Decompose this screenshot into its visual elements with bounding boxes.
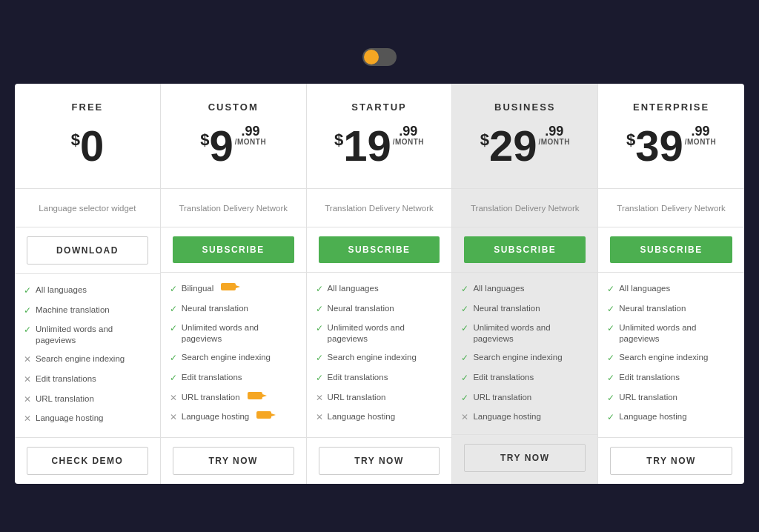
feature-item: ✓Bilingual [170, 283, 297, 296]
plan-action-business: SUBSCRIBE [452, 227, 597, 273]
plan-col-free: FREE$0Language selector widgetDOWNLOAD✓A… [15, 84, 161, 483]
price-amount-custom: 9 [209, 124, 233, 167]
feature-text: Language hosting [328, 411, 395, 422]
plan-delivery-custom: Translation Delivery Network [161, 189, 306, 227]
cross-icon: ✕ [461, 412, 468, 424]
check-icon: ✓ [461, 304, 468, 316]
plan-features-custom: ✓Bilingual✓Neural translation✓Unlimited … [161, 273, 306, 437]
check-icon: ✓ [24, 325, 31, 336]
price-period-custom: /MONTH [235, 138, 266, 146]
feature-text: Search engine indexing [328, 352, 417, 363]
price-cents-custom: .99 [235, 124, 266, 138]
feature-text: Language hosting [36, 413, 103, 424]
check-icon: ✓ [461, 393, 468, 405]
check-icon: ✓ [316, 284, 323, 296]
feature-item: ✕Edit translations [24, 373, 151, 386]
feature-tag [248, 392, 262, 399]
feature-text: Language hosting [619, 411, 686, 422]
check-icon: ✓ [461, 323, 468, 335]
feature-text: Search engine indexing [619, 352, 708, 363]
plan-features-startup: ✓All languages✓Neural translation✓Unlimi… [307, 273, 452, 437]
feature-item: ✓All languages [316, 283, 443, 296]
feature-text: Neural translation [182, 303, 248, 314]
feature-item: ✓All languages [24, 285, 151, 297]
feature-item: ✓URL translation [461, 392, 589, 405]
feature-item: ✕URL translation [316, 392, 443, 405]
plan-delivery-startup: Translation Delivery Network [307, 189, 452, 227]
feature-text: Search engine indexing [473, 352, 562, 363]
plan-footer-business: TRY NOW [452, 435, 597, 484]
plan-col-custom: CUSTOM$9.99/MONTHTranslation Delivery Ne… [161, 84, 307, 483]
action-button-business[interactable]: SUBSCRIBE [464, 236, 586, 263]
cross-icon: ✕ [170, 393, 177, 405]
plan-header-custom: CUSTOM$9.99/MONTH [161, 84, 306, 189]
action-button-enterprise[interactable]: SUBSCRIBE [610, 236, 732, 263]
plan-price-enterprise: $39.99/MONTH [610, 124, 732, 176]
footer-button-business[interactable]: TRY NOW [464, 444, 586, 472]
plan-price-free: $0 [27, 124, 148, 176]
price-dollar-custom: $ [200, 130, 209, 150]
feature-text: Unlimited words and pageviews [619, 322, 735, 345]
check-icon: ✓ [170, 353, 177, 365]
feature-item: ✕Search engine indexing [24, 353, 151, 366]
footer-button-startup[interactable]: TRY NOW [319, 447, 440, 475]
check-icon: ✓ [607, 304, 614, 316]
feature-item: ✓Language hosting [607, 411, 735, 424]
pricing-wrapper: FREE$0Language selector widgetDOWNLOAD✓A… [15, 84, 744, 483]
feature-item: ✓Search engine indexing [461, 352, 589, 365]
price-amount-business: 29 [489, 124, 537, 167]
billing-toggle [352, 48, 407, 66]
check-icon: ✓ [170, 304, 177, 316]
feature-text: Language hosting [182, 411, 249, 422]
feature-text: Search engine indexing [182, 352, 271, 363]
check-icon: ✓ [607, 373, 614, 385]
feature-item: ✕Language hosting [461, 411, 589, 424]
plan-features-business: ✓All languages✓Neural translation✓Unlimi… [452, 273, 597, 434]
feature-item: ✓Search engine indexing [607, 352, 735, 365]
plan-header-business: BUSINESS$29.99/MONTH [452, 84, 597, 189]
price-period-startup: /MONTH [393, 138, 424, 146]
feature-text: Neural translation [473, 303, 540, 314]
plan-col-business: BUSINESS$29.99/MONTHTranslation Delivery… [452, 84, 598, 483]
plan-header-free: FREE$0 [15, 84, 160, 189]
feature-item: ✓All languages [461, 283, 589, 296]
billing-switch[interactable] [362, 48, 397, 66]
price-right-enterprise: .99/MONTH [685, 124, 716, 150]
footer-button-free[interactable]: CHECK DEMO [27, 447, 148, 475]
plan-features-enterprise: ✓All languages✓Neural translation✓Unlimi… [598, 273, 744, 437]
action-button-startup[interactable]: SUBSCRIBE [319, 236, 440, 263]
footer-button-custom[interactable]: TRY NOW [173, 447, 294, 475]
feature-text: URL translation [473, 392, 531, 403]
check-icon: ✓ [316, 353, 323, 365]
feature-text: URL translation [328, 392, 386, 403]
check-icon: ✓ [316, 323, 323, 335]
action-button-custom[interactable]: SUBSCRIBE [173, 236, 294, 263]
plan-name-startup: STARTUP [319, 102, 440, 113]
feature-text: All languages [328, 283, 379, 294]
feature-item: ✓Unlimited words and pageviews [316, 322, 443, 345]
price-dollar-startup: $ [334, 130, 343, 150]
cross-icon: ✕ [316, 393, 323, 405]
feature-text: Edit translations [619, 372, 680, 383]
cross-icon: ✕ [24, 354, 31, 366]
feature-item: ✓Unlimited words and pageviews [24, 324, 151, 346]
plan-name-business: BUSINESS [464, 102, 586, 113]
feature-text: Unlimited words and pageviews [328, 322, 443, 345]
price-cents-business: .99 [538, 124, 569, 138]
feature-item: ✕Language hosting [316, 411, 443, 424]
action-button-free[interactable]: DOWNLOAD [27, 236, 148, 265]
feature-text: Unlimited words and pageviews [182, 322, 297, 345]
plan-footer-custom: TRY NOW [161, 438, 306, 484]
feature-item: ✓URL translation [607, 392, 735, 405]
plan-footer-free: CHECK DEMO [15, 438, 160, 484]
plan-footer-enterprise: TRY NOW [598, 438, 744, 484]
check-icon: ✓ [461, 284, 468, 296]
footer-button-enterprise[interactable]: TRY NOW [610, 447, 732, 475]
check-icon: ✓ [170, 373, 177, 385]
pricing-table: FREE$0Language selector widgetDOWNLOAD✓A… [15, 84, 744, 483]
feature-text: URL translation [619, 392, 677, 403]
feature-item: ✓Unlimited words and pageviews [607, 322, 735, 345]
feature-item: ✓Machine translation [24, 305, 151, 317]
feature-text: All languages [473, 283, 524, 294]
plan-features-free: ✓All languages✓Machine translation✓Unlim… [15, 274, 160, 437]
